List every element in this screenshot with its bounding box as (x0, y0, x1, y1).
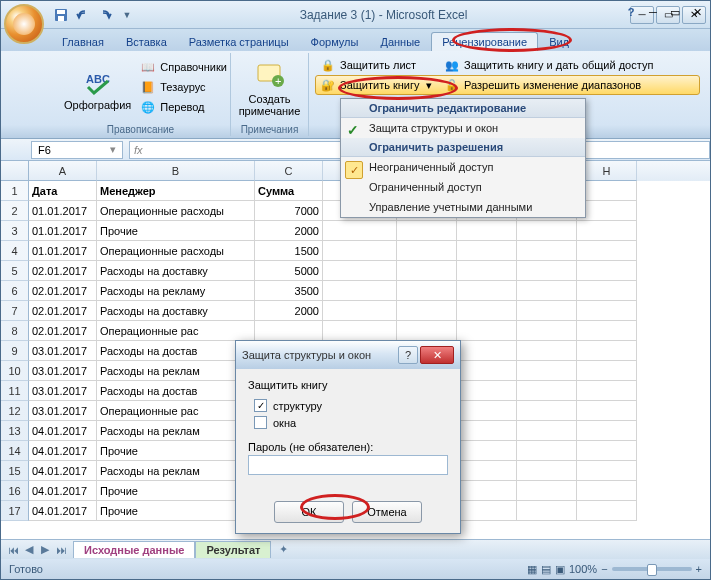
zoom-slider[interactable] (612, 567, 692, 571)
new-comment-button[interactable]: + Создать примечание (237, 55, 302, 121)
allow-ranges-button[interactable]: 🔓Разрешить изменение диапазонов (439, 75, 658, 95)
new-sheet-button[interactable]: ✦ (275, 542, 291, 558)
cell[interactable] (457, 381, 517, 401)
cell[interactable] (577, 241, 637, 261)
cell[interactable] (517, 261, 577, 281)
password-input[interactable] (248, 455, 448, 475)
view-layout-icon[interactable]: ▤ (541, 563, 551, 576)
cell[interactable] (457, 241, 517, 261)
cell[interactable] (457, 461, 517, 481)
checkbox-structure-row[interactable]: ✓структуру (248, 397, 448, 414)
checkbox-structure[interactable]: ✓ (254, 399, 267, 412)
cell[interactable]: Прочие (97, 221, 255, 241)
menu-item-protect-structure[interactable]: Защита структуры и окон (341, 118, 585, 138)
row-header[interactable]: 13 (1, 421, 29, 441)
cell[interactable] (397, 221, 457, 241)
checkbox-windows[interactable] (254, 416, 267, 429)
cell[interactable]: Расходы на рекламу (97, 281, 255, 301)
cell[interactable]: Операционные расходы (97, 201, 255, 221)
cell[interactable] (577, 301, 637, 321)
cell[interactable] (457, 261, 517, 281)
cell[interactable]: 01.01.2017 (29, 201, 97, 221)
cell[interactable] (577, 501, 637, 521)
cell[interactable]: 02.01.2017 (29, 261, 97, 281)
mdi-restore[interactable]: ▭ (665, 2, 685, 22)
cell[interactable]: 03.01.2017 (29, 381, 97, 401)
tab-formulas[interactable]: Формулы (300, 32, 370, 51)
cell[interactable] (577, 181, 637, 201)
cell[interactable]: 2000 (255, 301, 323, 321)
cell[interactable]: Расходы на реклам (97, 361, 255, 381)
tab-scroll-last[interactable]: ⏭ (53, 542, 69, 558)
tab-home[interactable]: Главная (51, 32, 115, 51)
cell[interactable] (577, 281, 637, 301)
row-header[interactable]: 6 (1, 281, 29, 301)
cell[interactable]: 04.01.2017 (29, 441, 97, 461)
col-header-C[interactable]: C (255, 161, 323, 181)
cell[interactable] (323, 241, 397, 261)
row-header[interactable]: 9 (1, 341, 29, 361)
cell[interactable]: Расходы на доставку (97, 301, 255, 321)
cell[interactable] (577, 381, 637, 401)
cell[interactable]: 04.01.2017 (29, 481, 97, 501)
view-pagebreak-icon[interactable]: ▣ (555, 563, 565, 576)
share-workbook-button[interactable]: 👥Защитить книгу и дать общий доступ (439, 55, 658, 75)
cell[interactable]: 5000 (255, 261, 323, 281)
cell[interactable] (577, 441, 637, 461)
cell[interactable]: 3500 (255, 281, 323, 301)
col-header-B[interactable]: B (97, 161, 255, 181)
cell[interactable] (517, 441, 577, 461)
cell[interactable]: Расходы на достав (97, 381, 255, 401)
cell[interactable] (457, 501, 517, 521)
cell[interactable]: Прочие (97, 441, 255, 461)
dialog-close-button[interactable]: ✕ (420, 346, 454, 364)
ok-button[interactable]: ОК (274, 501, 344, 523)
qat-redo[interactable] (95, 5, 115, 25)
cell[interactable] (323, 261, 397, 281)
qat-save[interactable] (51, 5, 71, 25)
cell[interactable]: 03.01.2017 (29, 361, 97, 381)
tab-insert[interactable]: Вставка (115, 32, 178, 51)
header-cell[interactable]: Менеджер (97, 181, 255, 201)
cell[interactable] (397, 301, 457, 321)
cell[interactable] (577, 221, 637, 241)
cell[interactable] (457, 481, 517, 501)
thesaurus-button[interactable]: 📙Тезаурус (138, 77, 229, 97)
header-cell[interactable]: Сумма (255, 181, 323, 201)
cell[interactable] (517, 421, 577, 441)
tab-page-layout[interactable]: Разметка страницы (178, 32, 300, 51)
cell[interactable]: Прочие (97, 501, 255, 521)
cell[interactable] (517, 281, 577, 301)
row-header[interactable]: 2 (1, 201, 29, 221)
cancel-button[interactable]: Отмена (352, 501, 422, 523)
row-header[interactable]: 14 (1, 441, 29, 461)
row-header[interactable]: 7 (1, 301, 29, 321)
cell[interactable]: 03.01.2017 (29, 401, 97, 421)
cell[interactable] (577, 401, 637, 421)
cell[interactable]: Операционные рас (97, 321, 255, 341)
select-all-corner[interactable] (1, 161, 29, 181)
row-header[interactable]: 4 (1, 241, 29, 261)
view-normal-icon[interactable]: ▦ (527, 563, 537, 576)
tab-scroll-first[interactable]: ⏮ (5, 542, 21, 558)
cell[interactable] (457, 421, 517, 441)
cell[interactable] (517, 481, 577, 501)
cell[interactable]: 03.01.2017 (29, 341, 97, 361)
sheet-tab-source[interactable]: Исходные данные (73, 541, 195, 558)
cell[interactable] (517, 221, 577, 241)
spelling-button[interactable]: ABC Орфография (57, 55, 138, 121)
col-header-H[interactable]: H (577, 161, 637, 181)
cell[interactable]: Операционные расходы (97, 241, 255, 261)
tab-scroll-next[interactable]: ▶ (37, 542, 53, 558)
cell[interactable]: 01.01.2017 (29, 221, 97, 241)
cell[interactable] (457, 341, 517, 361)
sheet-tab-result[interactable]: Результат (195, 541, 271, 558)
row-header[interactable]: 15 (1, 461, 29, 481)
cell[interactable]: Операционные рас (97, 401, 255, 421)
qat-undo[interactable] (73, 5, 93, 25)
cell[interactable]: Расходы на реклам (97, 421, 255, 441)
cell[interactable] (517, 321, 577, 341)
cell[interactable] (577, 361, 637, 381)
cell[interactable] (517, 501, 577, 521)
cell[interactable] (517, 381, 577, 401)
